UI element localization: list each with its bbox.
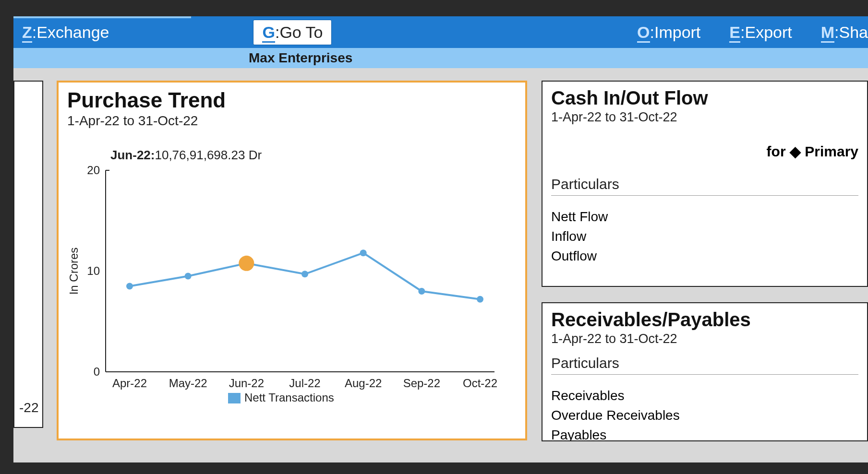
svg-text:Nett Transactions: Nett Transactions bbox=[244, 391, 334, 404]
ribbon-exchange-label: Exchange bbox=[36, 23, 109, 41]
svg-text:10: 10 bbox=[87, 264, 100, 277]
recv-section-head: Particulars bbox=[551, 355, 858, 375]
svg-text:Sep-22: Sep-22 bbox=[403, 377, 440, 390]
ribbon-goto[interactable]: G:Go To bbox=[253, 20, 332, 45]
svg-point-16 bbox=[239, 256, 254, 271]
chart-subtitle: 1-Apr-22 to 31-Oct-22 bbox=[67, 113, 517, 129]
ribbon-export-label: Export bbox=[745, 23, 792, 41]
svg-text:20: 20 bbox=[87, 166, 100, 177]
ribbon-export-key: E bbox=[729, 23, 740, 43]
chart-area: 01020In CroresApr-22May-22Jun-22Jul-22Au… bbox=[67, 166, 504, 415]
recv-subtitle: 1-Apr-22 to 31-Oct-22 bbox=[551, 332, 858, 346]
svg-text:Apr-22: Apr-22 bbox=[112, 377, 147, 390]
ribbon-goto-key: G bbox=[262, 23, 275, 43]
svg-point-17 bbox=[301, 271, 308, 277]
cash-flow-rows: Nett Flow Inflow Outflow bbox=[551, 207, 858, 266]
recv-row-overdue: Overdue Receivables bbox=[551, 406, 858, 425]
svg-point-14 bbox=[126, 283, 133, 290]
ribbon-share-label: Sha bbox=[839, 23, 868, 41]
svg-text:0: 0 bbox=[94, 365, 100, 378]
company-bar: Max Enterprises bbox=[13, 48, 868, 68]
ribbon-import[interactable]: O:Import bbox=[637, 23, 700, 42]
chart-tooltip-label: Jun-22: bbox=[110, 148, 155, 162]
recv-rows: Receivables Overdue Receivables Payables bbox=[551, 386, 858, 441]
cash-row-outflow: Outflow bbox=[551, 247, 858, 265]
recv-row-payables: Payables bbox=[551, 426, 858, 441]
ribbon-import-key: O bbox=[637, 23, 650, 43]
cash-flow-subtitle: 1-Apr-22 to 31-Oct-22 bbox=[551, 110, 858, 125]
left-sliver-label: -22 bbox=[19, 400, 38, 415]
chart-tooltip: Jun-22:10,76,91,698.23 Dr bbox=[110, 148, 517, 163]
cash-flow-card[interactable]: Cash In/Out Flow 1-Apr-22 to 31-Oct-22 f… bbox=[542, 81, 868, 287]
svg-point-18 bbox=[360, 249, 367, 256]
ribbon-exchange-key: Z bbox=[22, 23, 32, 43]
app-frame: Z:Exchange G:Go To O:Import E:Export M:S… bbox=[13, 16, 868, 462]
svg-text:Jul-22: Jul-22 bbox=[289, 377, 320, 390]
cash-flow-title: Cash In/Out Flow bbox=[551, 87, 858, 109]
ribbon-import-label: Import bbox=[654, 23, 700, 41]
ribbon-exchange[interactable]: Z:Exchange bbox=[22, 23, 109, 42]
svg-point-15 bbox=[185, 273, 192, 280]
recv-row-receivables: Receivables bbox=[551, 386, 858, 405]
svg-text:Oct-22: Oct-22 bbox=[463, 377, 497, 390]
company-name: Max Enterprises bbox=[249, 50, 352, 66]
purchase-trend-card[interactable]: Purchase Trend 1-Apr-22 to 31-Oct-22 Jun… bbox=[57, 81, 527, 440]
svg-point-19 bbox=[418, 288, 425, 295]
ribbon-goto-label: Go To bbox=[279, 23, 323, 41]
top-ribbon: Z:Exchange G:Go To O:Import E:Export M:S… bbox=[13, 16, 868, 48]
cash-flow-section-head: Particulars bbox=[551, 176, 858, 196]
cash-flow-for: for ◆ Primary bbox=[551, 143, 858, 160]
content-area: -22 Purchase Trend 1-Apr-22 to 31-Oct-22… bbox=[13, 68, 868, 441]
ribbon-accent bbox=[13, 16, 191, 18]
svg-text:Jun-22: Jun-22 bbox=[229, 377, 264, 390]
ribbon-export[interactable]: E:Export bbox=[729, 23, 792, 42]
side-column: Cash In/Out Flow 1-Apr-22 to 31-Oct-22 f… bbox=[542, 81, 868, 441]
svg-point-20 bbox=[477, 296, 483, 303]
ribbon-share-key: M bbox=[821, 23, 834, 43]
left-sliver: -22 bbox=[13, 81, 57, 441]
cash-row-inflow: Inflow bbox=[551, 227, 858, 246]
ribbon-share[interactable]: M:Sha bbox=[821, 23, 868, 42]
svg-text:Aug-22: Aug-22 bbox=[345, 377, 382, 390]
receivables-card[interactable]: Receivables/Payables 1-Apr-22 to 31-Oct-… bbox=[542, 302, 868, 441]
svg-text:In Crores: In Crores bbox=[67, 248, 80, 295]
chart-tooltip-value: 10,76,91,698.23 Dr bbox=[155, 148, 262, 162]
recv-title: Receivables/Payables bbox=[551, 309, 858, 331]
cash-row-nett: Nett Flow bbox=[551, 207, 858, 226]
chart-svg: 01020In CroresApr-22May-22Jun-22Jul-22Au… bbox=[67, 166, 504, 415]
svg-text:May-22: May-22 bbox=[169, 377, 207, 390]
svg-rect-21 bbox=[228, 393, 241, 403]
left-sliver-box: -22 bbox=[13, 81, 43, 428]
chart-title: Purchase Trend bbox=[67, 88, 517, 112]
